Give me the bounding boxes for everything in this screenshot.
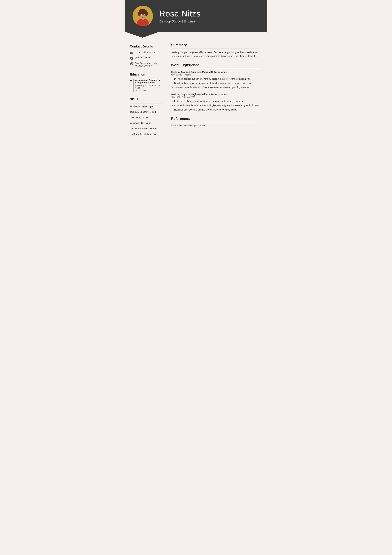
work-section: Work Experience Desktop Support Engineer… [171,63,260,111]
resume-page: Rosa Nitzs Desktop Support Engineer Cont… [125,0,267,149]
job-bullet-item: Assisted in the roll-out of new technolo… [174,104,260,107]
skills-title: Skills [130,97,162,101]
contact-phone-item: (655) 877 3638 [130,56,162,60]
svg-point-9 [141,15,142,15]
job-title: Desktop Support Engineer, Microsoft Corp… [171,71,260,73]
contact-email-item: rosanitzs@gmail.com [130,51,162,54]
job-bullet-item: Troubleshot hardware and software issues… [174,86,260,89]
education-title: Education [130,73,162,76]
email-link[interactable]: rosanitzs@gmail.com [135,51,156,53]
svg-point-6 [145,11,148,16]
edu-school: University of California, Los Angeles [135,84,162,89]
email-icon [130,51,134,54]
phone-number: (655) 877 3638 [135,56,150,59]
header-name: Rosa Nitzs [159,9,201,18]
header-arrow-decoration [125,32,160,38]
skills-list: Troubleshooting - ExpertTechnical Suppor… [130,103,162,137]
job-title: Desktop Support Engineer, Microsoft Corp… [171,93,260,96]
skills-section: Skills Troubleshooting - ExpertTechnical… [130,97,162,137]
references-section: References References available upon req… [171,117,260,127]
job-item: Desktop Support Engineer, Microsoft Corp… [171,93,260,111]
contact-section: Contact Details rosanitzs@gmail.com (655… [130,45,162,67]
sidebar: Contact Details rosanitzs@gmail.com (655… [125,40,166,149]
skill-item: Troubleshooting - Expert [130,103,162,109]
education-item: Associate of Science in Computer Science… [130,79,162,92]
svg-point-10 [144,15,144,15]
job-bullets: Provided desktop support to over 500 use… [171,77,260,89]
job-bullet-item: Installed, configured, and maintained co… [174,100,260,103]
job-bullet-item: Provided desktop support to over 500 use… [174,77,260,81]
address: East Garrisonborough, 48133, Delaware [135,62,162,67]
job-bullet-item: Developed and maintained documentation f… [174,81,260,85]
avatar-image [133,6,153,26]
summary-title: Summary [171,43,260,48]
edu-years: 2017 - 2021 [135,89,162,92]
header-subtitle: Desktop Support Engineer [159,20,201,23]
jobs-list: Desktop Support Engineer, Microsoft Corp… [171,71,260,111]
contact-title: Contact Details [130,45,162,48]
skill-item: Networking - Expert [130,115,162,120]
skill-item: Windows OS - Expert [130,120,162,126]
references-text: References available upon request [171,124,260,127]
location-icon [130,62,134,66]
work-title: Work Experience [171,63,260,68]
job-dates: May 2021 - February 2023 [171,96,260,98]
svg-point-13 [130,57,133,60]
svg-point-15 [131,63,132,64]
summary-section: Summary Desktop Support Engineer with 5+… [171,43,260,58]
references-title: References [171,117,260,122]
edu-degree: Associate of Science in Computer Science [135,79,162,84]
avatar [133,6,153,26]
job-dates: March 2023 - Present [171,74,260,76]
job-bullet-item: Resolved user account, printing and netw… [174,108,260,112]
skill-item: Customer Service - Expert [130,126,162,131]
skill-item: Hardware Installation - Expert [130,131,162,137]
edu-bullet [130,80,132,81]
summary-text: Desktop Support Engineer with 5+ years o… [171,51,260,58]
job-item: Desktop Support Engineer, Microsoft Corp… [171,71,260,89]
job-bullets: Installed, configured, and maintained co… [171,100,260,111]
body-layout: Contact Details rosanitzs@gmail.com (655… [125,32,267,149]
contact-address-item: East Garrisonborough, 48133, Delaware [130,62,162,67]
header: Rosa Nitzs Desktop Support Engineer [125,0,267,32]
main-content: Summary Desktop Support Engineer with 5+… [166,40,267,149]
edu-content: Associate of Science in Computer Science… [133,79,162,92]
phone-icon [130,57,134,60]
skill-item: Technical Support - Expert [130,109,162,115]
svg-point-5 [138,11,141,16]
education-section: Education Associate of Science in Comput… [130,73,162,92]
header-text: Rosa Nitzs Desktop Support Engineer [159,9,201,23]
svg-point-11 [142,15,143,16]
